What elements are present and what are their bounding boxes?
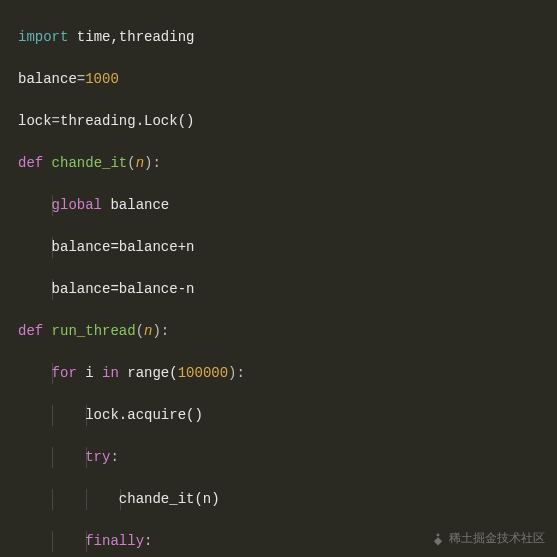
code-line: balance=balance+n [0,237,557,258]
juejin-logo-icon [431,532,445,546]
code-line: chande_it(n) [0,489,557,510]
code-line: import time,threading [0,27,557,48]
code-line: balance=1000 [0,69,557,90]
code-line: lock.acquire() [0,405,557,426]
code-line: for i in range(100000): [0,363,557,384]
code-line: def run_thread(n): [0,321,557,342]
code-line: try: [0,447,557,468]
code-editor: import time,threading balance=1000 lock=… [0,0,557,557]
code-line: balance=balance-n [0,279,557,300]
code-line: def chande_it(n): [0,153,557,174]
code-line: lock=threading.Lock() [0,111,557,132]
keyword-import: import [18,29,68,45]
watermark-text: 稀土掘金技术社区 [449,528,545,549]
watermark: 稀土掘金技术社区 [431,528,545,549]
code-line: global balance [0,195,557,216]
